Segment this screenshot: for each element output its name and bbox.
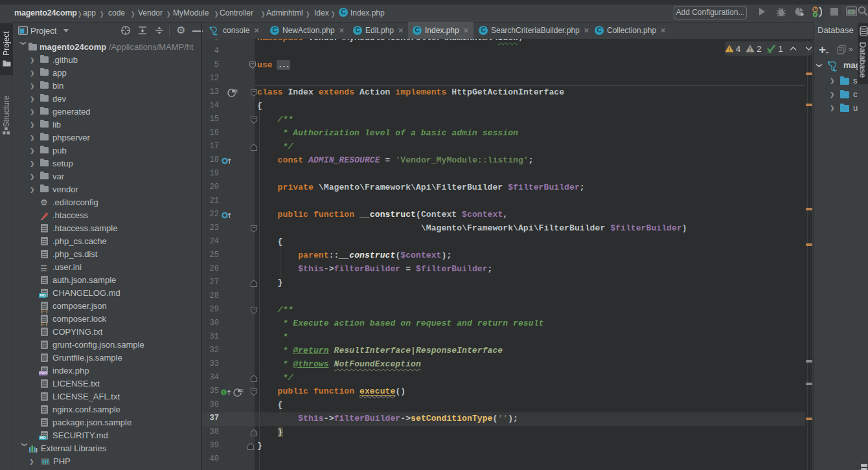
svg-text:1: 1 bbox=[223, 390, 225, 395]
